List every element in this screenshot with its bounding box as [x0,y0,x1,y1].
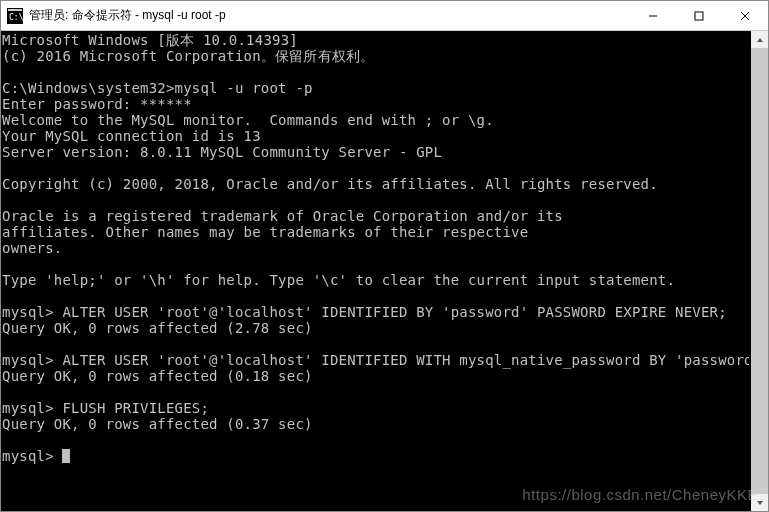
titlebar[interactable]: C:\ 管理员: 命令提示符 - mysql -u root -p [1,1,768,31]
svg-text:C:\: C:\ [9,13,23,22]
scroll-thumb[interactable] [751,48,768,494]
terminal-cursor [62,449,70,463]
close-button[interactable] [722,1,768,30]
scroll-down-button[interactable] [751,494,768,511]
svg-marker-7 [757,38,763,42]
minimize-button[interactable] [630,1,676,30]
terminal-area: Microsoft Windows [版本 10.0.14393] (c) 20… [1,31,768,511]
svg-marker-8 [757,501,763,505]
vertical-scrollbar[interactable] [751,31,768,511]
terminal-output[interactable]: Microsoft Windows [版本 10.0.14393] (c) 20… [2,32,749,509]
maximize-button[interactable] [676,1,722,30]
window-controls [630,1,768,30]
svg-rect-1 [8,9,22,11]
svg-rect-4 [695,12,703,20]
cmd-icon: C:\ [7,8,23,24]
cmd-window: C:\ 管理员: 命令提示符 - mysql -u root -p Micros… [1,1,768,511]
window-title: 管理员: 命令提示符 - mysql -u root -p [29,7,630,24]
scroll-up-button[interactable] [751,31,768,48]
scroll-track[interactable] [751,48,768,494]
